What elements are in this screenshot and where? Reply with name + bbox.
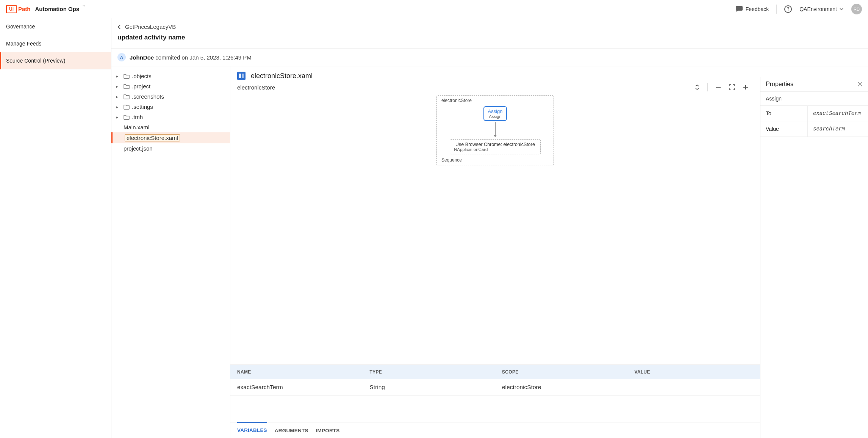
- col-header-type: TYPE: [363, 365, 496, 379]
- tree-folder-screenshots[interactable]: ▸ .screenshots: [111, 91, 230, 102]
- plus-icon: [743, 84, 749, 90]
- var-type-cell: String: [363, 379, 496, 395]
- back-button[interactable]: [117, 24, 121, 30]
- property-value[interactable]: searchTerm: [808, 121, 868, 137]
- header-divider: [776, 5, 777, 14]
- help-icon[interactable]: ?: [784, 5, 792, 13]
- tree-item-label: .tmh: [132, 114, 143, 120]
- property-key: To: [760, 106, 808, 121]
- properties-activity-name: Assign: [760, 92, 868, 106]
- workflow-canvas-column: electronicStore.xaml electronicStore: [230, 66, 760, 438]
- feedback-icon: [736, 6, 743, 12]
- tree-item-label: project.json: [124, 145, 153, 152]
- tree-file-project-json[interactable]: project.json: [111, 143, 230, 154]
- browser-node-title: Use Browser Chrome: electronicStore: [454, 142, 536, 147]
- feedback-button[interactable]: Feedback: [736, 6, 769, 12]
- logo-path-text: Path: [18, 6, 31, 12]
- brand-logo: Ui Path Automation Ops ™: [6, 5, 84, 13]
- var-scope-cell: electronicStore: [495, 379, 628, 395]
- assign-activity-node[interactable]: Assign Assign: [483, 106, 507, 121]
- breadcrumb-item[interactable]: GetPricesLegacyVB: [125, 24, 176, 30]
- tree-item-label: .project: [132, 83, 150, 89]
- chevron-right-icon: ▸: [116, 84, 121, 89]
- toolbar-divider: [707, 83, 708, 91]
- header-actions: Feedback ? QAEnvironment RD: [736, 4, 862, 14]
- chevron-up-down-icon: [694, 84, 700, 91]
- fullscreen-icon: [729, 84, 735, 90]
- commit-author-avatar: A: [117, 53, 126, 61]
- property-value[interactable]: exactSearchTerm: [808, 106, 868, 121]
- close-icon: [857, 82, 863, 87]
- sidebar-item-source-control[interactable]: Source Control (Preview): [0, 52, 111, 69]
- folder-icon: [124, 104, 130, 110]
- variables-table: NAME TYPE SCOPE VALUE exactSearchTerm St…: [230, 364, 760, 422]
- environment-selector[interactable]: QAEnvironment: [799, 6, 844, 12]
- var-name-cell: exactSearchTerm: [230, 379, 363, 395]
- use-browser-activity-node[interactable]: Use Browser Chrome: electronicStore NApp…: [450, 139, 541, 154]
- file-tree: ▸ .objects ▸ .project ▸ .screenshots: [111, 66, 230, 438]
- chevron-right-icon: ▸: [116, 115, 121, 120]
- tab-arguments[interactable]: ARGUMENTS: [275, 422, 308, 438]
- close-properties-button[interactable]: [857, 82, 863, 87]
- var-value-cell: [628, 379, 760, 395]
- assign-node-title: Assign: [485, 108, 505, 114]
- tree-folder-objects[interactable]: ▸ .objects: [111, 71, 230, 81]
- main-content: GetPricesLegacyVB updated activity name …: [111, 18, 868, 438]
- tree-folder-settings[interactable]: ▸ .settings: [111, 102, 230, 112]
- browser-node-subtitle: NApplicationCard: [454, 147, 536, 152]
- col-header-value: VALUE: [628, 365, 760, 379]
- left-sidebar: Governance Manage Feeds Source Control (…: [0, 18, 111, 438]
- xaml-file-icon: [237, 72, 246, 80]
- tree-item-label: Main.xaml: [124, 124, 149, 130]
- workflow-canvas[interactable]: electronicStore Assign Assign Use Browse…: [230, 91, 760, 364]
- tree-folder-tmh[interactable]: ▸ .tmh: [111, 112, 230, 122]
- zoom-in-button[interactable]: [743, 84, 749, 90]
- zoom-out-button[interactable]: [715, 84, 721, 90]
- chevron-down-icon: [839, 7, 844, 11]
- chevron-right-icon: ▸: [116, 94, 121, 99]
- col-header-scope: SCOPE: [495, 365, 628, 379]
- tree-file-main-xaml[interactable]: Main.xaml: [111, 122, 230, 132]
- folder-icon: [124, 94, 130, 99]
- workflow-name: electronicStore: [237, 84, 275, 91]
- commit-author-name: JohnDoe: [130, 54, 154, 61]
- tab-variables[interactable]: VARIABLES: [237, 422, 267, 438]
- app-header: Ui Path Automation Ops ™ Feedback ? QAEn…: [0, 0, 868, 18]
- tree-item-label: electronicStore.xaml: [125, 134, 180, 141]
- sequence-title: electronicStore: [441, 98, 472, 103]
- logo-ui-mark: Ui: [6, 5, 17, 13]
- folder-icon: [124, 115, 130, 120]
- fit-screen-button[interactable]: [729, 84, 735, 90]
- properties-panel: Properties Assign To exactSearchTerm Val…: [760, 77, 868, 438]
- folder-icon: [124, 74, 130, 79]
- commit-info-bar: A JohnDoe commited on Jan 5, 2023, 1:26:…: [111, 48, 868, 66]
- sequence-type-label: Sequence: [441, 157, 462, 163]
- col-header-name: NAME: [230, 365, 363, 379]
- feedback-label: Feedback: [746, 6, 769, 12]
- properties-title: Properties: [766, 81, 793, 88]
- flow-connector-arrow: [495, 122, 496, 137]
- sequence-container[interactable]: electronicStore Assign Assign Use Browse…: [436, 95, 554, 165]
- trademark-symbol: ™: [82, 5, 85, 8]
- sidebar-item-manage-feeds[interactable]: Manage Feeds: [0, 35, 111, 52]
- product-name: Automation Ops: [35, 6, 80, 12]
- variables-table-row[interactable]: exactSearchTerm String electronicStore: [230, 379, 760, 396]
- canvas-toolbar: [694, 83, 753, 91]
- chevron-right-icon: ▸: [116, 104, 121, 110]
- expand-collapse-button[interactable]: [694, 84, 700, 91]
- tree-file-electronicstore-xaml[interactable]: electronicStore.xaml: [111, 132, 230, 143]
- canvas-subheader: electronicStore: [230, 82, 760, 91]
- minus-icon: [715, 84, 721, 90]
- user-avatar[interactable]: RD: [851, 4, 862, 14]
- canvas-filename: electronicStore.xaml: [251, 72, 313, 80]
- svg-rect-0: [239, 74, 241, 78]
- canvas-header: electronicStore.xaml: [230, 66, 760, 82]
- tab-imports[interactable]: IMPORTS: [316, 422, 340, 438]
- variables-table-header: NAME TYPE SCOPE VALUE: [230, 365, 760, 379]
- bottom-tab-bar: VARIABLES ARGUMENTS IMPORTS: [230, 422, 760, 438]
- tree-item-label: .objects: [132, 73, 152, 79]
- tree-folder-project[interactable]: ▸ .project: [111, 81, 230, 91]
- property-key: Value: [760, 121, 808, 137]
- sidebar-item-governance[interactable]: Governance: [0, 18, 111, 35]
- tree-item-label: .settings: [132, 104, 153, 110]
